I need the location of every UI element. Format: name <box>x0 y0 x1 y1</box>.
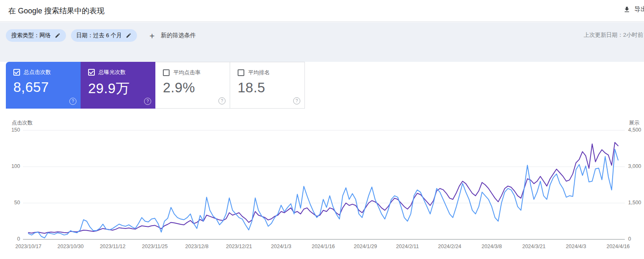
plus-icon: ＋ <box>148 31 156 40</box>
top-bar: 在 Google 搜索结果中的表现 导出 <box>0 0 644 22</box>
card-average-position-label: 平均排名 <box>248 69 270 76</box>
card-total-clicks-value: 8,657 <box>13 79 81 95</box>
help-icon[interactable]: ? <box>69 98 76 105</box>
x-axis-label: 2024/1/3 <box>262 244 300 249</box>
metric-cards: 总点击次数 8,657 ? 总曝光次数 29.9万 ? 平均点击率 2.9% ?… <box>6 62 305 109</box>
filter-band: 搜索类型：网络 日期：过去 6 个月 ＋ 新的筛选条件 上次更新日期：2小时前 <box>0 22 644 62</box>
edit-pencil-icon[interactable] <box>126 33 132 38</box>
card-average-ctr-label: 平均点击率 <box>173 69 200 76</box>
help-icon[interactable]: ? <box>218 97 226 104</box>
right-axis-tick: 4,500 <box>628 127 641 133</box>
card-total-impressions-label: 总曝光次数 <box>99 69 126 76</box>
left-axis-tick: 0 <box>0 236 20 242</box>
x-axis-label: 2023/11/25 <box>136 244 174 249</box>
x-axis-label: 2023/11/12 <box>94 244 132 249</box>
card-average-ctr-value: 2.9% <box>163 80 230 96</box>
checkbox-total-impressions[interactable] <box>88 69 95 76</box>
add-filter-label: 新的筛选条件 <box>161 32 196 39</box>
help-icon[interactable]: ? <box>293 97 300 104</box>
download-icon <box>623 6 631 13</box>
card-total-impressions[interactable]: 总曝光次数 29.9万 ? <box>81 62 155 109</box>
card-total-clicks[interactable]: 总点击次数 8,657 ? <box>6 62 81 109</box>
card-total-impressions-value: 29.9万 <box>88 79 155 98</box>
right-axis-tick: 0 <box>628 236 631 242</box>
filter-chip-search-type-label: 搜索类型：网络 <box>11 32 51 39</box>
filter-chip-date-range-label: 日期：过去 6 个月 <box>76 32 122 39</box>
x-axis-label: 2024/3/21 <box>515 244 553 249</box>
x-axis-label: 2024/4/16 <box>599 244 637 249</box>
help-icon[interactable]: ? <box>144 98 151 105</box>
filter-chips: 搜索类型：网络 日期：过去 6 个月 ＋ 新的筛选条件 <box>6 29 196 42</box>
page-title: 在 Google 搜索结果中的表现 <box>8 0 104 22</box>
checkbox-average-position[interactable] <box>238 69 244 76</box>
series-line-曝光次数 <box>28 142 618 234</box>
x-axis-label: 2024/1/29 <box>347 244 384 249</box>
chart-svg <box>0 117 644 259</box>
filter-chip-date-range[interactable]: 日期：过去 6 个月 <box>71 29 137 42</box>
last-updated-text: 上次更新日期：2小时前 <box>583 31 643 39</box>
edit-pencil-icon[interactable] <box>55 33 61 38</box>
x-axis-label: 2024/3/8 <box>473 244 510 249</box>
series-line-点击次数 <box>28 149 618 238</box>
right-axis-tick: 3,000 <box>628 163 641 169</box>
x-axis-label: 2024/4/3 <box>557 244 595 249</box>
right-axis-tick: 1,500 <box>628 200 641 206</box>
export-button[interactable]: 导出 <box>623 5 644 13</box>
checkbox-average-ctr[interactable] <box>163 69 170 76</box>
x-axis-label: 2024/2/24 <box>431 244 469 249</box>
x-axis-label: 2024/1/16 <box>304 244 342 249</box>
export-label: 导出 <box>634 5 644 13</box>
x-axis-label: 2023/10/30 <box>52 244 89 249</box>
add-filter-button[interactable]: ＋ 新的筛选条件 <box>148 31 196 40</box>
x-axis-label: 2023/10/17 <box>10 244 47 249</box>
card-total-clicks-label: 总点击次数 <box>24 69 51 76</box>
performance-chart: 点击次数 展示 1501005004,5003,0001,5000 2023/1… <box>0 117 644 259</box>
x-axis-label: 2024/2/11 <box>389 244 426 249</box>
x-axis-label: 2023/12/8 <box>178 244 216 249</box>
left-axis-tick: 50 <box>0 200 20 206</box>
card-average-position-value: 18.5 <box>238 80 304 96</box>
card-average-ctr[interactable]: 平均点击率 2.9% ? <box>155 62 230 109</box>
checkbox-total-clicks[interactable] <box>13 69 20 76</box>
card-average-position[interactable]: 平均排名 18.5 ? <box>230 62 305 109</box>
filter-chip-search-type[interactable]: 搜索类型：网络 <box>6 29 66 42</box>
x-axis-label: 2023/12/21 <box>220 244 258 249</box>
left-axis-tick: 150 <box>0 127 20 133</box>
left-axis-tick: 100 <box>0 163 20 169</box>
